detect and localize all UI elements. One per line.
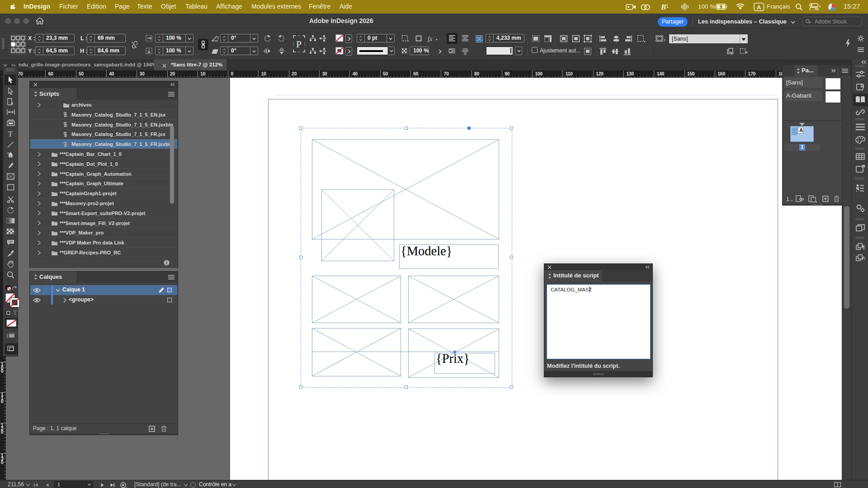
- svg-text:T: T: [13, 310, 17, 316]
- svg-text:¶: ¶: [862, 244, 865, 250]
- svg-text:P: P: [296, 39, 302, 50]
- svg-text:T: T: [8, 130, 13, 137]
- svg-text:A: A: [862, 255, 865, 262]
- svg-text:A: A: [757, 4, 761, 11]
- svg-text:B: B: [660, 3, 666, 11]
